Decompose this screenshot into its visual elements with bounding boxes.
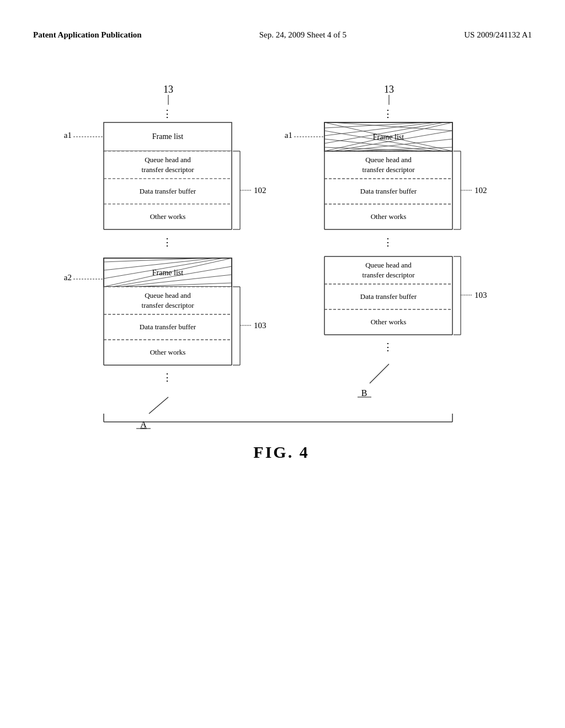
svg-text:Other works: Other works xyxy=(150,348,186,356)
diagram-svg: 13 ⋮ a1 Frame list Queue head and transf… xyxy=(22,77,541,618)
svg-text:transfer descriptor: transfer descriptor xyxy=(142,301,195,309)
svg-text:A: A xyxy=(140,420,147,429)
svg-text:⋮: ⋮ xyxy=(162,372,174,383)
svg-text:Data transfer buffer: Data transfer buffer xyxy=(360,292,417,301)
svg-text:Data transfer buffer: Data transfer buffer xyxy=(140,187,196,195)
svg-text:103: 103 xyxy=(475,291,487,299)
svg-text:Other works: Other works xyxy=(371,212,407,221)
svg-text:Data transfer buffer: Data transfer buffer xyxy=(360,187,417,195)
svg-text:102: 102 xyxy=(254,186,266,195)
header: Patent Application Publication Sep. 24, … xyxy=(33,30,532,40)
svg-text:Frame list: Frame list xyxy=(152,132,183,141)
svg-text:B: B xyxy=(361,388,367,398)
svg-text:Queue head and: Queue head and xyxy=(145,291,191,299)
svg-text:103: 103 xyxy=(254,321,266,330)
svg-text:Queue head and: Queue head and xyxy=(365,261,412,269)
svg-text:Other works: Other works xyxy=(371,318,407,326)
svg-text:⋮: ⋮ xyxy=(383,108,395,119)
svg-line-140 xyxy=(370,364,389,383)
svg-text:⋮: ⋮ xyxy=(383,237,395,248)
svg-text:⋮: ⋮ xyxy=(162,108,174,119)
svg-text:Frame list: Frame list xyxy=(152,269,183,277)
svg-text:Other works: Other works xyxy=(150,212,186,221)
svg-text:Queue head and: Queue head and xyxy=(365,156,412,164)
svg-text:transfer descriptor: transfer descriptor xyxy=(363,271,415,279)
header-patent-number: US 2009/241132 A1 xyxy=(464,30,532,40)
svg-text:102: 102 xyxy=(475,186,487,195)
svg-text:transfer descriptor: transfer descriptor xyxy=(363,165,415,174)
svg-text:Frame list: Frame list xyxy=(373,133,404,141)
header-publication: Patent Application Publication xyxy=(33,30,142,40)
svg-text:a1: a1 xyxy=(64,131,72,140)
svg-text:FIG. 4: FIG. 4 xyxy=(253,443,309,461)
svg-line-86 xyxy=(358,151,452,156)
svg-text:Data transfer buffer: Data transfer buffer xyxy=(140,323,196,331)
svg-text:Queue head and: Queue head and xyxy=(145,156,191,164)
label-13-B: 13 xyxy=(384,84,394,95)
svg-text:transfer descriptor: transfer descriptor xyxy=(142,165,195,174)
svg-text:⋮: ⋮ xyxy=(383,341,395,352)
svg-text:a2: a2 xyxy=(64,273,72,282)
page: Patent Application Publication Sep. 24, … xyxy=(0,0,565,728)
label-13-A: 13 xyxy=(163,84,173,95)
svg-text:a1: a1 xyxy=(285,131,292,140)
svg-line-70 xyxy=(149,397,168,414)
svg-text:⋮: ⋮ xyxy=(162,237,174,248)
header-date-sheet: Sep. 24, 2009 Sheet 4 of 5 xyxy=(259,30,347,40)
